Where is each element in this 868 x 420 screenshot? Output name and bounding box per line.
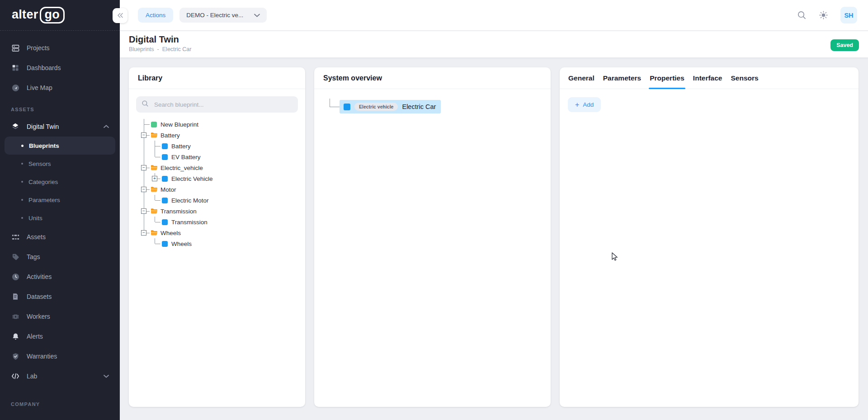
tab-general[interactable]: General [567,67,595,89]
blueprint-search[interactable] [136,96,298,113]
tree-item-label: EV Battery [171,154,201,160]
sidebar-subitem-label: Units [28,215,42,222]
user-avatar[interactable]: SH [840,7,857,24]
tree-connector [139,206,150,217]
tree-item-battery[interactable]: Battery [139,141,298,151]
scope-selector-dropdown[interactable]: DEMO - Electric ve... [179,8,267,23]
sidebar-item-blueprints[interactable]: Blueprints [5,137,115,155]
system-node-electric-car[interactable]: Electric vehicle Electric Car [340,100,441,113]
expand-toggle-icon[interactable] [152,176,157,181]
tree-item-label: Electric_vehicle [160,165,203,171]
theme-sun-icon[interactable] [819,10,828,20]
chevron-down-icon [254,12,260,19]
blueprint-icon [162,176,168,182]
blueprint-icon [162,219,168,225]
sidebar-item-label: Workers [27,313,50,320]
collapse-toggle-icon[interactable] [141,208,146,214]
tree-connector [139,130,150,141]
tree-connector [139,217,150,227]
sidebar-collapse-button[interactable] [113,8,127,23]
folder-icon [151,186,158,193]
breadcrumb-separator: - [157,46,159,52]
bullet-icon [21,163,23,165]
sidebar-item-warranties[interactable]: Warranties [0,346,120,366]
tree-item-electric-vehicle[interactable]: Electric Vehicle [139,173,298,184]
tree-item-label: Electric Vehicle [171,175,213,182]
search-input[interactable] [153,101,292,109]
tab-parameters[interactable]: Parameters [602,67,642,89]
sidebar-item-sensors[interactable]: Sensors [0,155,120,173]
tree-item-folder-battery[interactable]: Battery [139,130,298,141]
tree-item-label: Battery [171,143,191,150]
sidebar-subitem-label: Sensors [28,160,51,167]
tree-item-label: Motor [160,186,176,193]
tree-item-label: Transmission [160,208,197,215]
tree-item-wheels[interactable]: Wheels [139,238,298,249]
tree-item-label: Transmission [171,219,208,226]
tree-item-label: Electric Motor [171,197,209,204]
sidebar-item-label: Dashboards [27,64,61,71]
assets-icon [11,232,20,241]
tree-item-label: Wheels [171,241,192,247]
sidebar-item-lab[interactable]: Lab [0,366,120,386]
tree-connector [150,141,160,151]
tree-connector [139,162,150,173]
sidebar-item-units[interactable]: Units [0,209,120,227]
search-icon [142,100,149,109]
collapse-toggle-icon[interactable] [141,187,146,192]
sidebar-item-alerts[interactable]: Alerts [0,326,120,346]
sidebar-item-label: Tags [27,253,40,260]
collapse-toggle-icon[interactable] [141,132,146,138]
bell-icon [11,332,20,341]
sidebar-item-projects[interactable]: Projects [0,38,120,58]
projects-icon [11,43,20,52]
sidebar: altergo Projects Dashboards Live Map ASS… [0,0,120,420]
breadcrumb-parent[interactable]: Blueprints [129,46,154,52]
collapse-toggle-icon[interactable] [141,165,146,170]
sidebar-item-dashboards[interactable]: Dashboards [0,58,120,78]
tree-connector [139,151,150,162]
sidebar-item-datasets[interactable]: Datasets [0,287,120,307]
new-blueprint-icon [151,122,157,127]
system-overview-title: System overview [314,67,551,89]
tree-item-folder-motor[interactable]: Motor [139,184,298,195]
sidebar-item-parameters[interactable]: Parameters [0,191,120,209]
sidebar-item-tags[interactable]: Tags [0,247,120,267]
sidebar-item-categories[interactable]: Categories [0,173,120,191]
actions-button[interactable]: Actions [138,8,173,23]
bullet-icon [21,145,24,147]
tab-sensors[interactable]: Sensors [730,67,759,89]
tree-item-ev-battery[interactable]: EV Battery [139,151,298,162]
tree-item-transmission[interactable]: Transmission [139,217,298,227]
add-property-button[interactable]: + Add [568,97,601,112]
tree-item-folder-wheels[interactable]: Wheels [139,227,298,238]
sidebar-section-assets: ASSETS [0,107,120,112]
tree-connector [139,141,150,151]
sidebar-item-digital-twin[interactable]: Digital Twin [0,117,120,137]
sidebar-item-assets[interactable]: Assets [0,227,120,247]
sidebar-item-activities[interactable]: Activities [0,267,120,287]
tree-item-folder-transmission[interactable]: Transmission [139,206,298,217]
tree-connector [150,173,160,184]
search-icon[interactable] [797,10,807,20]
chevron-up-icon [104,125,109,128]
collapse-toggle-icon[interactable] [141,230,146,236]
sidebar-item-live-map[interactable]: Live Map [0,78,120,98]
brand-logo: altergo [0,0,120,31]
tag-icon [11,252,20,261]
tree-connector [139,173,150,184]
tree-connector [150,195,160,206]
tree-item-folder-electric-vehicle[interactable]: Electric_vehicle [139,162,298,173]
blueprint-icon [162,241,168,247]
shield-check-icon [11,352,20,361]
activities-icon [11,272,20,281]
sidebar-item-label: Assets [27,233,46,241]
breadcrumb: Blueprints - Electric Car [129,46,859,52]
tab-properties[interactable]: Properties [649,67,685,89]
tab-interface[interactable]: Interface [692,67,723,89]
tree-item-new-blueprint[interactable]: New Blueprint [139,119,298,130]
sidebar-item-workers[interactable]: Workers [0,307,120,326]
node-name: Electric Car [402,103,436,110]
tree-item-electric-motor[interactable]: Electric Motor [139,195,298,206]
digital-twin-icon [11,122,20,131]
